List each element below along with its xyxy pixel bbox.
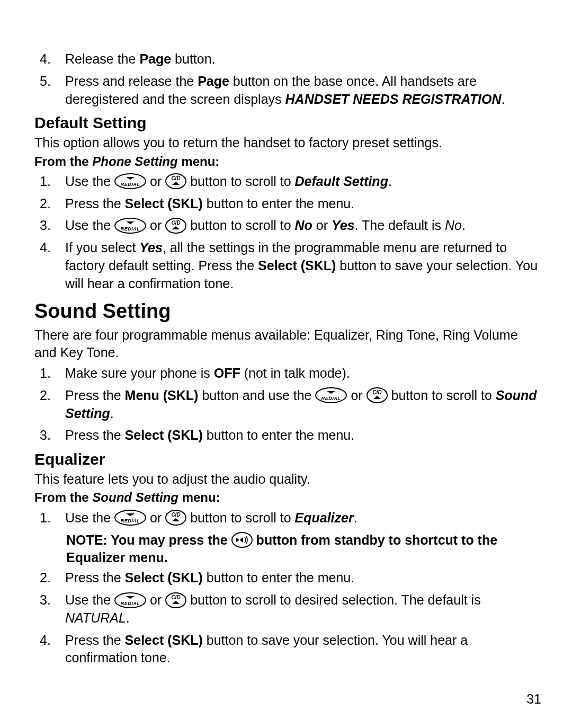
step-text: Use the or button to scroll to Equalizer… — [65, 509, 543, 527]
step-number: 1. — [40, 173, 65, 191]
step-text: Press the Select (SKL) button to enter t… — [65, 427, 543, 445]
cid-up-icon — [165, 173, 186, 189]
step-number: 3. — [40, 591, 65, 609]
default-setting-intro: This option allows you to return the han… — [34, 134, 543, 152]
step-number: 2. — [40, 195, 65, 213]
step-text: Press and release the Page button on the… — [65, 73, 543, 109]
redial-down-icon — [114, 173, 146, 189]
step-number: 3. — [40, 217, 65, 235]
heading-default-setting: Default Setting — [34, 112, 543, 134]
redial-down-icon — [114, 510, 146, 526]
step-text: Use the or button to scroll to desired s… — [65, 591, 543, 627]
step-number: 4. — [40, 50, 65, 68]
sound-setting-steps: 1. Make sure your phone is OFF (not in t… — [34, 365, 543, 445]
list-item: 1. Use the or button to scroll to Equali… — [40, 509, 543, 527]
page-number: 31 — [526, 691, 541, 707]
step-number: 4. — [40, 239, 65, 257]
sound-setting-intro: There are four programmable menus availa… — [34, 326, 543, 362]
step-text: Make sure your phone is OFF (not in talk… — [65, 365, 543, 383]
cid-up-icon — [367, 387, 388, 403]
step-text: Press the Select (SKL) button to enter t… — [65, 195, 543, 213]
step-text: Press the Menu (SKL) button and use the … — [65, 387, 543, 423]
top-steps: 4. Release the Page button. 5. Press and… — [34, 50, 543, 108]
volume-icon — [231, 532, 253, 548]
list-item: 4. Release the Page button. — [40, 50, 543, 68]
equalizer-note: NOTE: You may press the button from stan… — [66, 531, 543, 566]
step-number: 2. — [40, 569, 65, 587]
list-item: 3. Use the or button to scroll to No or … — [40, 217, 543, 235]
manual-page: 4. Release the Page button. 5. Press and… — [0, 0, 572, 703]
list-item: 2. Press the Select (SKL) button to ente… — [40, 569, 543, 587]
list-item: 1. Make sure your phone is OFF (not in t… — [40, 365, 543, 383]
step-text: Press the Select (SKL) button to save yo… — [65, 632, 543, 668]
redial-down-icon — [114, 218, 146, 234]
redial-down-icon — [114, 592, 146, 608]
step-text: If you select Yes, all the settings in t… — [65, 239, 543, 292]
equalizer-lead: From the Sound Setting menu: — [34, 489, 543, 506]
step-number: 5. — [40, 73, 65, 91]
cid-up-icon — [165, 592, 186, 608]
cid-up-icon — [165, 510, 186, 526]
equalizer-steps-cont: 2. Press the Select (SKL) button to ente… — [34, 569, 543, 667]
step-number: 3. — [40, 427, 65, 445]
equalizer-steps: 1. Use the or button to scroll to Equali… — [34, 509, 543, 527]
cid-up-icon — [165, 218, 186, 234]
heading-equalizer: Equalizer — [34, 449, 543, 470]
list-item: 2. Press the Select (SKL) button to ente… — [40, 195, 543, 213]
default-setting-lead: From the Phone Setting menu: — [34, 153, 543, 170]
list-item: 4. Press the Select (SKL) button to save… — [40, 632, 543, 668]
list-item: 3. Use the or button to scroll to desire… — [40, 591, 543, 627]
list-item: 5. Press and release the Page button on … — [40, 73, 543, 109]
default-setting-steps: 1. Use the or button to scroll to Defaul… — [34, 173, 543, 293]
list-item: 1. Use the or button to scroll to Defaul… — [40, 173, 543, 191]
step-text: Use the or button to scroll to Default S… — [65, 173, 543, 191]
step-number: 1. — [40, 509, 65, 527]
step-text: Press the Select (SKL) button to enter t… — [65, 569, 543, 587]
step-number: 4. — [40, 632, 65, 650]
step-text: Release the Page button. — [65, 50, 543, 68]
heading-sound-setting: Sound Setting — [34, 298, 543, 325]
redial-down-icon — [315, 387, 347, 403]
equalizer-intro: This feature lets you to adjust the audi… — [34, 470, 543, 489]
step-number: 2. — [40, 387, 65, 405]
step-text: Use the or button to scroll to No or Yes… — [65, 217, 543, 235]
list-item: 4. If you select Yes, all the settings i… — [40, 239, 543, 292]
list-item: 2. Press the Menu (SKL) button and use t… — [40, 387, 543, 423]
list-item: 3. Press the Select (SKL) button to ente… — [40, 427, 543, 445]
step-number: 1. — [40, 365, 65, 383]
